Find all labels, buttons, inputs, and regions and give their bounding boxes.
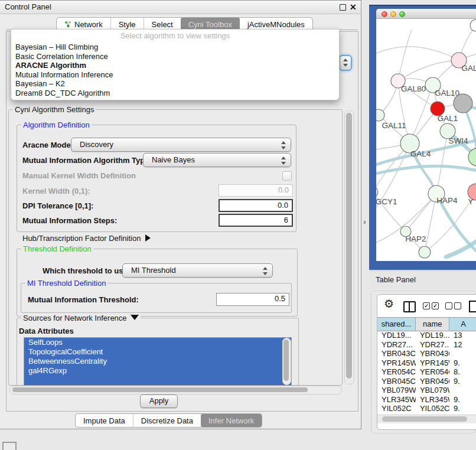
network-node[interactable]	[419, 246, 431, 258]
attribute-item[interactable]: SelfLoops	[24, 338, 291, 347]
deselect-all-checkbox-icon[interactable]	[445, 302, 452, 309]
deselect-all-checkbox-icon[interactable]	[454, 302, 461, 309]
table-cell: 8.	[449, 367, 476, 377]
settings-vertical-scrollbar[interactable]	[344, 110, 354, 384]
mi-threshold-group-title: MI Threshold Definition	[25, 279, 107, 288]
zoom-traffic-light-icon[interactable]	[399, 11, 405, 17]
bottom-tab-bar: Impute DataDiscretize DataInfer Network	[75, 413, 262, 428]
attributes-list-scrollbar[interactable]	[282, 338, 291, 385]
data-attributes-list[interactable]: SelfLoopsTopologicalCoefficientBetweenne…	[24, 337, 292, 386]
page-icon[interactable]	[469, 301, 476, 312]
table-row[interactable]: YDR27...YDR27...12	[377, 340, 476, 350]
network-edge[interactable]	[398, 60, 459, 81]
attribute-item[interactable]: gal4RGexp	[24, 366, 291, 376]
table-row[interactable]: YBL079WYBL079W	[377, 386, 476, 395]
select-all-checkbox-icon[interactable]: ✓	[423, 302, 430, 309]
attribute-item[interactable]	[24, 376, 291, 385]
kernel-width-field[interactable]: 0.0	[219, 184, 293, 197]
settings-horizontal-scrollbar[interactable]	[9, 386, 342, 394]
network-edge[interactable]	[425, 194, 436, 252]
table-cell: YDR27...	[416, 340, 449, 350]
network-window-titlebar[interactable]	[376, 9, 476, 19]
table-row[interactable]: YER054CYER054C8.	[377, 367, 476, 377]
node-label: GAL1	[438, 114, 458, 123]
cyni-algorithm-settings-title: Cyni Algorithm Settings	[13, 105, 96, 114]
algorithm-option[interactable]: Mutual Information Inference	[11, 70, 339, 80]
network-edge[interactable]	[436, 131, 448, 194]
table-cell: YBL079W	[416, 386, 449, 395]
network-node[interactable]	[454, 94, 472, 113]
dpi-tolerance-field[interactable]: 0.0	[219, 199, 293, 212]
column-header[interactable]: name	[416, 318, 449, 331]
algorithm-option[interactable]: ARACNE Algorithm	[11, 61, 339, 70]
table-cell: YER054C	[377, 367, 416, 377]
attribute-item[interactable]: BetweennessCentrality	[24, 357, 291, 366]
node-label: GAL11	[382, 121, 406, 130]
columns-icon[interactable]	[403, 301, 416, 312]
kernel-width-label: Kernel Width (0,1):	[22, 187, 90, 195]
table-row[interactable]: YBR043CYBR043C	[377, 349, 476, 358]
table-row[interactable]: YLR345WYLR345W9.	[377, 395, 476, 405]
minimize-traffic-light-icon[interactable]	[390, 11, 396, 17]
algorithm-definition-title: Algorithm Definition	[21, 120, 92, 129]
table-cell: YLR345W	[377, 395, 416, 405]
table-row[interactable]: YBR045CYBR045C9.	[377, 377, 476, 386]
float-icon[interactable]	[340, 4, 346, 11]
aracne-mode-select[interactable]: Discovery	[71, 138, 291, 152]
network-node[interactable]	[470, 19, 476, 31]
table-row[interactable]: YPR145WYPR145W9.	[377, 358, 476, 368]
which-threshold-label: Which threshold to use:	[43, 266, 130, 275]
table-panel-titlebar[interactable]: Table Panel	[369, 270, 476, 289]
aracne-mode-label: Aracne Mode:	[22, 141, 73, 149]
algorithm-option[interactable]: Basic Correlation Inference	[11, 52, 339, 61]
mi-type-value: Naive Bayes	[152, 155, 195, 164]
table-row[interactable]: YDL19...YDL19...13	[377, 331, 476, 340]
apply-button[interactable]: Apply	[140, 394, 178, 408]
network-edge[interactable]	[398, 30, 412, 81]
mi-type-label: Mutual Information Algorithm Type:	[22, 156, 152, 165]
manual-kernel-checkbox[interactable]	[282, 171, 292, 181]
close-traffic-light-icon[interactable]	[382, 11, 387, 17]
sources-group-title[interactable]: Sources for Network Inference	[21, 314, 141, 322]
minimized-panel-chip[interactable]	[2, 442, 17, 450]
bottom-tab-impute-data[interactable]: Impute Data	[76, 414, 133, 427]
bottom-tab-discretize-data[interactable]: Discretize Data	[133, 414, 201, 427]
network-node-gcy1[interactable]	[376, 187, 378, 197]
column-header[interactable]: shared...	[377, 318, 416, 331]
bottom-tab-infer-network[interactable]: Infer Network	[201, 414, 262, 427]
algorithm-combobox-stepper[interactable]	[339, 55, 352, 71]
gear-icon[interactable]: ⚙	[384, 297, 394, 311]
column-header[interactable]: A	[449, 318, 476, 331]
which-threshold-select[interactable]: MI Threshold	[122, 263, 273, 278]
hub-definition-section[interactable]: Hub/Transcription Factor Definition	[22, 233, 151, 243]
table-cell: 9.	[449, 377, 476, 386]
table-cell: YDR27...	[377, 340, 416, 350]
expanded-arrow-icon	[131, 315, 139, 320]
table-panel-title: Table Panel	[376, 271, 416, 289]
network-edge[interactable]	[376, 47, 459, 60]
table-cell: 12	[449, 340, 476, 350]
table-row[interactable]: YIL052CYIL052C9.	[377, 404, 476, 413]
mi-steps-field[interactable]: 6	[219, 214, 293, 227]
mi-type-select[interactable]: Naive Bayes	[143, 153, 291, 167]
table-cell	[449, 386, 476, 395]
close-icon[interactable]: ✕	[350, 2, 357, 12]
network-canvas[interactable]: GALGAL80GAL10GAL1GAL11SWI4GAL4GCY1HAP4YH…	[376, 19, 476, 261]
node-label: SWI4	[448, 136, 468, 145]
control-panel-titlebar[interactable]: Control Panel ✕	[0, 1, 361, 14]
table-horizontal-scrollbar[interactable]	[377, 415, 476, 423]
select-all-checkbox-icon[interactable]: ✓	[432, 302, 439, 309]
collapsed-arrow-icon	[145, 234, 151, 242]
algorithm-option[interactable]: Dream8 DC_TDC Algorithm	[11, 89, 339, 98]
node-label: Y	[468, 197, 473, 206]
network-edge[interactable]	[446, 236, 476, 257]
algorithm-option[interactable]: Bayesian – K2	[11, 79, 339, 89]
mi-threshold-field[interactable]: 0.5	[216, 293, 289, 306]
algorithm-option[interactable]: Bayesian – Hill Climbing	[11, 43, 339, 52]
table-header-row: shared...nameA	[377, 317, 476, 331]
network-view-inner: GALGAL80GAL10GAL1GAL11SWI4GAL4GCY1HAP4YH…	[376, 9, 476, 261]
mi-steps-label: Mutual Information Steps:	[22, 216, 117, 225]
table-card: ⚙ ✓ ✓ shared...nameA YDL19...YDL19...13Y…	[377, 294, 476, 430]
splitter-handle[interactable]	[364, 221, 366, 224]
attribute-item[interactable]: TopologicalCoefficient	[24, 347, 291, 357]
